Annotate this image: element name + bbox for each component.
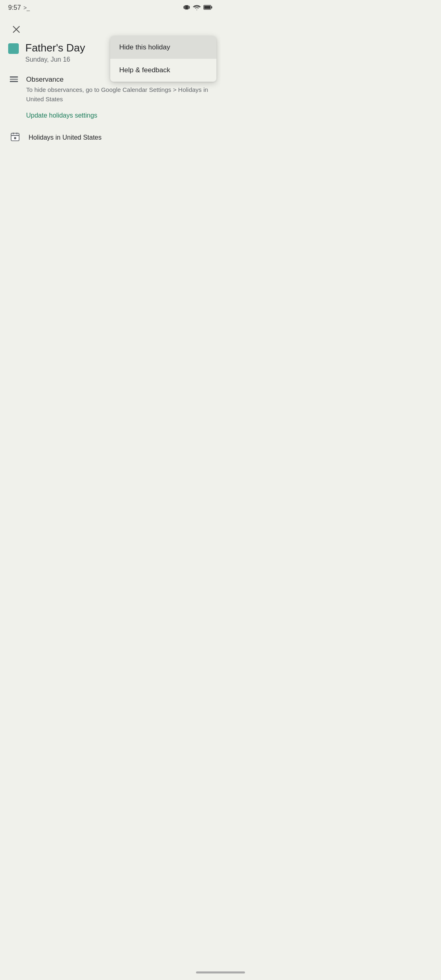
vibrate-icon (183, 4, 190, 12)
hamburger-line-1 (10, 76, 18, 78)
terminal-icon: >_ (23, 4, 30, 11)
wifi-icon (193, 4, 201, 12)
main-content: Hide this holiday Help & feedback Father… (0, 15, 220, 150)
details-text: Observance To hide observances, go to Go… (26, 76, 212, 119)
event-details: Observance To hide observances, go to Go… (8, 76, 212, 119)
status-icons-area (183, 4, 212, 12)
update-holidays-link[interactable]: Update holidays settings (26, 112, 97, 119)
svg-rect-7 (211, 6, 212, 8)
calendar-label: Holidays in United States (29, 134, 102, 141)
hamburger-line-2 (10, 79, 18, 80)
status-time-area: 9:57 >_ (8, 4, 30, 11)
help-feedback-menu-item[interactable]: Help & feedback (110, 59, 216, 82)
status-bar: 9:57 >_ (0, 0, 220, 15)
close-button[interactable] (8, 21, 24, 38)
calendar-source: Holidays in United States (8, 131, 212, 144)
hamburger-line-3 (10, 81, 18, 82)
clock: 9:57 (8, 4, 21, 11)
svg-rect-0 (185, 5, 188, 9)
details-icon (10, 76, 18, 82)
observance-description: To hide observances, go to Google Calend… (26, 85, 212, 104)
dropdown-menu: Hide this holiday Help & feedback (110, 36, 216, 82)
event-color-indicator (8, 43, 19, 54)
svg-point-14 (14, 137, 16, 139)
svg-rect-6 (204, 6, 210, 9)
svg-rect-11 (11, 135, 19, 136)
battery-icon (203, 4, 212, 11)
hide-holiday-menu-item[interactable]: Hide this holiday (110, 36, 216, 59)
calendar-icon (10, 131, 20, 144)
